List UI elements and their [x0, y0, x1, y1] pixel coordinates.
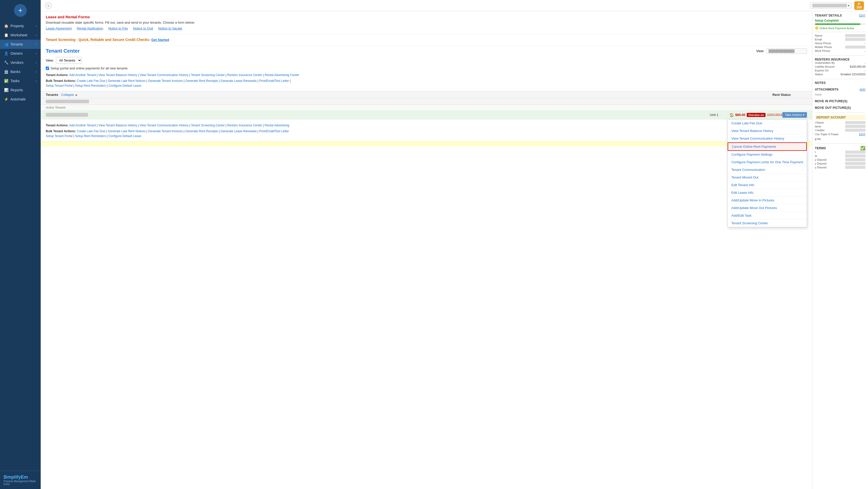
property-dropdown[interactable]: ████████████████ ▾ — [810, 3, 852, 9]
sidebar-item-worksheet[interactable]: 📋 Worksheet › — [0, 31, 41, 40]
tenant-center-title: Tenant Center — [46, 48, 80, 54]
renters-insurance-link-2[interactable]: Renters Insurance Center — [227, 124, 262, 127]
sidebar-item-tenants[interactable]: 👥 Tenants › — [0, 40, 41, 49]
renters-insurance-center-link[interactable]: Renters Insurance Center — [227, 73, 262, 77]
menu-item-configure-limits[interactable]: Configure Payment Limits for One Time Pa… — [727, 158, 807, 166]
configure-default-lease-link[interactable]: Configure Default Lease — [108, 84, 141, 88]
chevron-right-icon: › — [36, 43, 37, 46]
create-late-fee-link-2[interactable]: Create Late Fee Due — [77, 129, 105, 133]
term-field-5: y Deposit — [815, 166, 865, 169]
configure-lease-link-2[interactable]: Configure Default Lease — [108, 134, 141, 138]
deposit-holder-value — [845, 129, 865, 132]
content-area: Lease and Rental Forms Download reusable… — [41, 11, 868, 489]
setup-portal-checkbox[interactable] — [46, 67, 49, 70]
generate-receipts-link-2[interactable]: Generate Rent Receipts — [185, 129, 218, 133]
chevron-down-icon: ▾ — [803, 113, 804, 117]
menu-item-add-edit-task[interactable]: Add/Edit Task — [727, 212, 807, 219]
generate-tenant-invoices-link[interactable]: Generate Tenant Invoices — [148, 79, 183, 83]
get-started-link[interactable]: Get Started — [151, 38, 169, 42]
tenant-table-header: Tenants Collapse ▶ Rent Status — [41, 91, 812, 98]
payment-active-icon: 🟡 — [815, 26, 818, 30]
view-select-row: View: All Tenants — [41, 55, 812, 65]
sidebar-item-tasks[interactable]: ✅ Tasks › — [0, 76, 41, 86]
tenant-screening-link-2[interactable]: Tenant Screening Center — [191, 124, 225, 127]
generate-rent-receipts-link[interactable]: Generate Rent Receipts — [185, 79, 218, 83]
menu-item-edit-tenant-info[interactable]: Edit Tenant Info — [727, 181, 807, 189]
notice-to-vacate-link[interactable]: Notice to Vacate — [158, 26, 182, 30]
deposit-bank-value — [845, 125, 865, 128]
menu-item-configure-payment[interactable]: Configure Payment Settings — [727, 151, 807, 158]
menu-item-label: Configure Payment Settings — [731, 153, 772, 156]
deposit-edit-link[interactable]: EDIT — [859, 133, 865, 136]
property-icon: 🏠 — [4, 24, 8, 28]
tenant-details-edit-link[interactable]: EDIT — [859, 14, 865, 17]
sidebar-item-reports[interactable]: 📊 Reports — [0, 86, 41, 95]
add-another-tenant-link[interactable]: Add Another Tenant — [69, 73, 96, 77]
menu-item-tenant-screening[interactable]: Tenant Screening Center — [727, 219, 807, 227]
score-value: 100 — [856, 6, 862, 9]
notice-to-quit-link[interactable]: Notice to Quit — [133, 26, 153, 30]
work-phone-label: Work Phone — [815, 49, 830, 52]
renters-insurance-section: RENTERS INSURANCE Underwritten By - Liab… — [815, 58, 865, 76]
deposit-bank-field: tame — [815, 125, 865, 128]
view-communication-history-link[interactable]: View Tenant Communication History — [140, 73, 188, 77]
sidebar-item-owners[interactable]: 👤 Owners › — [0, 49, 41, 58]
tenants-view-select[interactable]: All Tenants — [56, 57, 82, 64]
generate-invoices-link-2[interactable]: Generate Tenant Invoices — [148, 129, 183, 133]
print-email-text-link[interactable]: Print/Email/Text Letter — [259, 79, 289, 83]
add-attachment-link[interactable]: ADD — [860, 88, 865, 91]
tenant-screening-center-link[interactable]: Tenant Screening Center — [191, 73, 225, 77]
generate-late-rent-notices-link[interactable]: Generate Late Rent Notices — [108, 79, 146, 83]
menu-item-view-communication[interactable]: View Tenant Communication History — [727, 135, 807, 143]
sidebar-item-property[interactable]: 🏠 Property › — [0, 21, 41, 31]
rp-work-phone-field: Work Phone - — [815, 49, 865, 52]
terms-title: TERMS — [815, 147, 826, 150]
notes-title: NOTES — [815, 81, 865, 85]
create-late-fee-bulk-link[interactable]: Create Late Fee Due — [77, 79, 105, 83]
view-comm-history-link-2[interactable]: View Tenant Communication History — [140, 124, 188, 127]
sidebar-item-banks[interactable]: 🏦 Banks › — [0, 67, 41, 76]
collapse-link[interactable]: Collapse — [61, 93, 74, 97]
mobile-phone-value — [845, 45, 865, 49]
term-value-4 — [845, 162, 865, 165]
view-balance-history-link-2[interactable]: View Tenant Balance History — [98, 124, 137, 127]
generate-lease-renewals-link[interactable]: Generate Lease Renewals — [220, 79, 256, 83]
view-search-input[interactable] — [766, 48, 807, 54]
setup-rent-reminders-link[interactable]: Setup Rent Reminders — [75, 84, 106, 88]
rp-mobile-phone-field: Mobile Phone — [815, 45, 865, 49]
add-another-tenant-link-2[interactable]: Add Another Tenant — [69, 124, 96, 127]
take-actions-button[interactable]: Take Actions ▾ — [782, 112, 807, 118]
name-label: Name — [815, 34, 822, 37]
tenant-row: ██████████████████ Unit 1 🏠 $80.00 Overd… — [41, 111, 812, 120]
print-letter-link-2[interactable]: Print/Email/Text Letter — [259, 129, 289, 133]
setup-complete-label: Setup Complete! — [815, 19, 865, 22]
menu-item-view-balance[interactable]: View Tenant Balance History — [727, 127, 807, 135]
menu-item-tenant-moved-out[interactable]: Tenant Moved Out — [727, 174, 807, 181]
menu-item-add-move-out[interactable]: Add/Update Move Out Pictures — [727, 204, 807, 212]
menu-item-tenant-communication[interactable]: Tenant Communication › — [727, 166, 807, 174]
lease-agreement-link[interactable]: Lease Agreement — [46, 26, 72, 30]
menu-item-create-late-fee[interactable]: Create Late Fee Due — [727, 120, 807, 127]
menu-item-cancel-online-rent[interactable]: Cancel Online Rent Payments — [727, 143, 807, 151]
generate-renewals-link-2[interactable]: Generate Lease Renewals — [220, 129, 256, 133]
menu-item-edit-lease-info[interactable]: Edit Lease Info — [727, 189, 807, 196]
generate-late-rent-link-2[interactable]: Generate Late Rent Notices — [108, 129, 146, 133]
setup-portal-link-2[interactable]: Setup Tenant Portal — [46, 134, 72, 138]
collapse-sidebar-button[interactable]: ‹ — [45, 2, 52, 9]
sidebar-item-label: Owners — [10, 51, 23, 55]
setup-tenant-portal-link[interactable]: Setup Tenant Portal — [46, 84, 72, 88]
menu-item-add-move-in[interactable]: Add/Update Move In Pictures — [727, 196, 807, 204]
term-value-3 — [845, 158, 865, 161]
setup-reminders-link-2[interactable]: Setup Rent Reminders — [75, 134, 106, 138]
notice-to-pay-link[interactable]: Notice to Pay — [108, 26, 128, 30]
rental-advertising-link-2[interactable]: Rental Advertising — [265, 124, 289, 127]
sidebar-item-automate[interactable]: ⚡ Automate — [0, 95, 41, 104]
sidebar-item-vendors[interactable]: 🔧 Vendors › — [0, 58, 41, 67]
name-value — [845, 34, 865, 37]
add-button[interactable]: + — [14, 4, 27, 17]
rental-application-link[interactable]: Rental Application — [77, 26, 103, 30]
view-balance-history-link[interactable]: View Tenant Balance History — [98, 73, 137, 77]
main-content: Lease and Rental Forms Download reusable… — [41, 11, 812, 489]
sidebar: + 🏠 Property › 📋 Worksheet › 👥 Tenants › — [0, 0, 41, 489]
rental-advertising-center-link[interactable]: Rental Advertising Center — [265, 73, 299, 77]
